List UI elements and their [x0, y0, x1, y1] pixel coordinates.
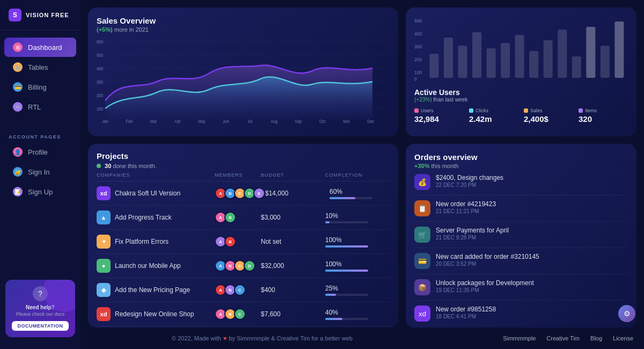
- projects-done: 30 done this month.: [97, 163, 390, 169]
- sidebar-item-rtl[interactable]: ⇆ RTL: [4, 97, 76, 117]
- progress-fill-1: [325, 221, 330, 223]
- company-icon-1: ▲: [97, 210, 111, 224]
- svg-text:500: 500: [414, 18, 422, 24]
- bar-chart: 500 400 300 200 100 0: [414, 16, 628, 81]
- company-icon-0: xd: [97, 186, 111, 200]
- rtl-icon: ⇆: [13, 102, 23, 112]
- orders-subtitle: +30% this month: [414, 163, 628, 169]
- svg-text:Sep: Sep: [295, 119, 302, 124]
- svg-text:Apr: Apr: [174, 119, 180, 124]
- order-date-3: 20 DEC 3:52 PM: [436, 261, 628, 267]
- order-item-1: 📋 New order #4219423 21 DEC 11:21 PM: [414, 195, 628, 222]
- stat-sales: Sales 2,400$: [524, 108, 573, 123]
- projects-title: Projects: [97, 151, 128, 161]
- active-users-subtitle: (+23%) than last week: [414, 97, 628, 103]
- svg-text:Jul: Jul: [247, 119, 252, 124]
- order-info-5: New order #9851258 18 DEC 4:41 PM: [436, 306, 628, 319]
- svg-rect-41: [586, 27, 595, 78]
- company-name-2: Fix Platform Errors: [115, 238, 169, 245]
- order-date-4: 19 DEC 11:35 PM: [436, 287, 628, 293]
- progress-bar-0: [330, 197, 372, 199]
- footer: © 2022, Made with ♥ by Simmmmple & Creat…: [161, 328, 644, 349]
- sidebar-item-dashboard[interactable]: ⊞ Dashboard: [4, 38, 76, 57]
- billing-icon: 💳: [13, 82, 23, 92]
- stats-row: Users 32,984 Clicks 2.42m Sales: [414, 108, 628, 123]
- copyright: © 2022, Made with: [172, 335, 221, 341]
- members-cell-0: A B C D E: [215, 187, 265, 199]
- progress-fill-0: [330, 197, 355, 199]
- stat-sales-value: 2,400$: [524, 114, 573, 123]
- account-section-label: ACCOUNT PAGES: [0, 130, 80, 142]
- projects-header: Projects: [97, 151, 390, 161]
- logo-icon: S: [9, 9, 21, 21]
- sidebar-item-signup[interactable]: 📝 Sign Up: [4, 182, 76, 201]
- budget-5: $7,600: [261, 310, 325, 318]
- sidebar-item-profile[interactable]: 👤 Profile: [4, 142, 76, 162]
- order-name-0: $2400, Design changes: [436, 174, 628, 181]
- footer-link-blog[interactable]: Blog: [590, 335, 602, 341]
- orders-title: Orders overview: [414, 152, 628, 162]
- sales-overview-card: Sales Overview (+5%) more in 2021 600 50…: [88, 8, 398, 136]
- svg-text:400: 400: [97, 66, 103, 71]
- profile-icon: 👤: [13, 147, 23, 157]
- active-users-title: Active Users: [414, 88, 628, 97]
- footer-link-simmmmple[interactable]: Simmmmple: [503, 335, 536, 341]
- budget-0: $14,000: [265, 190, 330, 197]
- members-cell-2: A B: [215, 236, 261, 248]
- order-name-3: New card added for order #3210145: [436, 253, 628, 260]
- members-cell-3: A B C D: [215, 260, 261, 272]
- order-item-5: xd New order #9851258 18 DEC 4:41 PM: [414, 301, 628, 326]
- stat-users-label: Users: [414, 108, 464, 113]
- sidebar-item-tables[interactable]: ▦ Tables: [4, 57, 76, 77]
- order-icon-0: 💰: [414, 174, 430, 190]
- completion-4: 25%: [325, 285, 390, 296]
- company-cell: ▲ Add Progress Track: [97, 210, 215, 224]
- company-icon-4: ◆: [97, 283, 111, 297]
- order-item-2: 🛒 Server Payments for April 21 DEC 9:28 …: [414, 222, 628, 248]
- signup-icon: 📝: [13, 187, 23, 197]
- order-item-4: 📦 Unlock packages for Development 19 DEC…: [414, 274, 628, 301]
- order-icon-4: 📦: [414, 279, 430, 295]
- stat-clicks-value: 2.42m: [469, 114, 518, 123]
- company-icon-3: ●: [97, 259, 111, 273]
- sidebar-item-label-rtl: RTL: [28, 103, 41, 111]
- progress-bar-2: [325, 245, 368, 248]
- users-dot: [414, 108, 419, 113]
- stat-items-label: Items: [579, 108, 628, 113]
- svg-text:Mar: Mar: [150, 119, 157, 124]
- order-info-0: $2400, Design changes 22 DEC 7:20 PM: [436, 174, 628, 188]
- nav-section: ⊞ Dashboard ▦ Tables 💳 Billing ⇆ RTL: [0, 31, 80, 123]
- sidebar-item-billing[interactable]: 💳 Billing: [4, 77, 76, 97]
- svg-rect-32: [458, 46, 467, 78]
- footer-right: Simmmmple Creative Tim Blog License: [503, 335, 633, 341]
- footer-link-creativetim[interactable]: Creative Tim: [546, 335, 580, 341]
- projects-card: Projects 30 done this month. COMPANIES M…: [88, 144, 398, 328]
- table-row: xd Redesign New Online Shop A B C $7,600…: [97, 302, 390, 326]
- progress-fill-4: [325, 294, 336, 296]
- order-date-1: 21 DEC 11:21 PM: [436, 208, 628, 214]
- svg-text:300: 300: [97, 79, 103, 85]
- svg-rect-42: [601, 46, 610, 78]
- order-icon-1: 📋: [414, 200, 430, 216]
- stat-items-value: 320: [579, 114, 628, 123]
- order-info-2: Server Payments for April 21 DEC 9:28 PM: [436, 227, 628, 241]
- company-cell: ◆ Add the New Pricing Page: [97, 283, 215, 297]
- active-users-card: 500 400 300 200 100 0: [406, 8, 636, 136]
- company-cell: xd Chakra Soft UI Version: [97, 186, 215, 200]
- order-item-3: 💳 New card added for order #3210145 20 D…: [414, 248, 628, 274]
- order-date-0: 22 DEC 7:20 PM: [436, 182, 628, 188]
- table-row: ▲ Add Progress Track A B $3,000 10%: [97, 206, 390, 230]
- company-cell: ● Launch our Mobile App: [97, 259, 215, 273]
- footer-link-license[interactable]: License: [613, 335, 633, 341]
- avatar: B: [224, 236, 236, 248]
- documentation-button[interactable]: DOCUMENTATION: [12, 321, 68, 331]
- svg-text:500: 500: [97, 53, 103, 58]
- svg-text:Aug: Aug: [270, 119, 277, 124]
- heart-icon: ♥: [223, 335, 227, 341]
- sales-highlight: (+5%): [97, 26, 113, 33]
- sidebar-item-signin[interactable]: 🔐 Sign In: [4, 162, 76, 181]
- settings-button[interactable]: ⚙: [618, 305, 635, 322]
- tables-icon: ▦: [13, 62, 23, 72]
- sales-subtitle-text: more in 2021: [114, 26, 149, 33]
- company-cell: ✦ Fix Platform Errors: [97, 235, 215, 249]
